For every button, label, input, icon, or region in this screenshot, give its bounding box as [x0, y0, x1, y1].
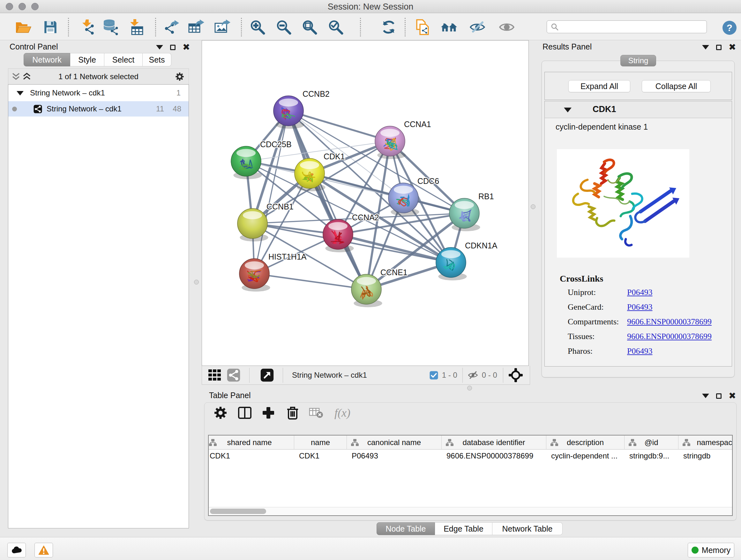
- tab-edge-table[interactable]: Edge Table: [435, 522, 492, 535]
- scrollbar-thumb[interactable]: [210, 509, 266, 514]
- table-cell[interactable]: CDK1: [208, 449, 294, 462]
- column-header-canonical-name[interactable]: canonical name: [347, 435, 442, 449]
- column-header-shared-name[interactable]: shared name: [208, 435, 294, 449]
- control-tab-select[interactable]: Select: [105, 53, 143, 66]
- crosslink-link[interactable]: 9606.ENSP00000378699: [627, 332, 712, 341]
- expand-all-button[interactable]: Expand All: [568, 80, 630, 92]
- first-neighbors-icon[interactable]: [441, 19, 458, 36]
- network-collection-row[interactable]: String Network – cdk1 1: [8, 84, 189, 101]
- panel-float-icon[interactable]: [716, 393, 722, 399]
- function-builder-icon[interactable]: f(x): [331, 405, 354, 421]
- edge-HIST1H1A-CCNE1[interactable]: [254, 273, 366, 289]
- table-cell[interactable]: stringdb: [678, 449, 733, 462]
- network-share-icon[interactable]: [227, 368, 240, 382]
- horizontal-splitter-handle[interactable]: [467, 386, 472, 390]
- crosslink-link[interactable]: P06493: [627, 347, 652, 356]
- table-cell[interactable]: cyclin-dependent ...: [546, 449, 624, 462]
- node-CCNA2[interactable]: [323, 219, 354, 252]
- table-cell[interactable]: 9606.ENSP00000378699: [442, 449, 546, 462]
- string-entry-header[interactable]: CDK1: [545, 101, 732, 118]
- zoom-selected-icon[interactable]: [327, 19, 345, 36]
- apply-layout-icon[interactable]: [380, 19, 398, 36]
- column-header-@id[interactable]: @id: [624, 435, 678, 449]
- node-table[interactable]: shared namenamecanonical namedatabase id…: [208, 435, 733, 516]
- import-database-icon[interactable]: [102, 19, 120, 36]
- network-view-canvas[interactable]: CCNB2CCNA1CDC25BCDK1CDC6RB1CCNB1CCNA2CDK…: [202, 40, 529, 366]
- column-header-database-identifier[interactable]: database identifier: [442, 435, 546, 449]
- panel-menu-icon[interactable]: [702, 45, 709, 50]
- control-tab-style[interactable]: Style: [70, 53, 105, 66]
- table-cell[interactable]: CDK1: [294, 449, 347, 462]
- node-CDKN1A[interactable]: [436, 247, 467, 280]
- network-options-gear-icon[interactable]: [175, 72, 184, 81]
- export-network-icon[interactable]: [163, 19, 181, 36]
- import-table-icon[interactable]: [127, 19, 145, 36]
- zoom-fit-icon[interactable]: [300, 19, 319, 36]
- control-tab-sets[interactable]: Sets: [143, 53, 172, 66]
- table-horizontal-scrollbar[interactable]: [209, 507, 732, 515]
- network-edge-count: 48: [169, 105, 181, 113]
- results-tab-string[interactable]: String: [620, 55, 656, 66]
- birdseye-toggle-icon[interactable]: [509, 368, 523, 382]
- column-header-name[interactable]: name: [294, 435, 347, 449]
- crosslink-link[interactable]: P06493: [627, 302, 652, 312]
- node-HIST1H1A[interactable]: [239, 259, 270, 292]
- panel-float-icon[interactable]: [170, 45, 176, 50]
- show-columns-icon[interactable]: [237, 405, 253, 421]
- add-column-icon[interactable]: [260, 405, 276, 421]
- node-CCNA1[interactable]: [375, 126, 406, 159]
- entry-collapse-icon[interactable]: [564, 108, 571, 112]
- tab-network-table[interactable]: Network Table: [492, 522, 562, 535]
- crosslink-label: Tissues:: [568, 332, 595, 341]
- table-cell[interactable]: P06493: [347, 449, 442, 462]
- node-CDC6[interactable]: [388, 183, 419, 216]
- panel-menu-icon[interactable]: [156, 45, 163, 50]
- delete-table-icon[interactable]: [308, 405, 324, 421]
- node-label-CDC6: CDC6: [417, 177, 439, 186]
- delete-column-icon[interactable]: [285, 405, 300, 421]
- node-CCNB2[interactable]: [273, 96, 305, 129]
- node-CCNE1[interactable]: [351, 274, 382, 307]
- open-session-icon[interactable]: [14, 19, 32, 36]
- right-splitter-handle[interactable]: [531, 204, 536, 209]
- show-all-icon[interactable]: [498, 19, 516, 36]
- edge-CCNB2-HIST1H1A[interactable]: [254, 111, 288, 273]
- node-CCNB1[interactable]: [238, 208, 268, 241]
- left-splitter-handle[interactable]: [194, 280, 199, 285]
- memory-label: Memory: [702, 546, 731, 555]
- node-CDC25B[interactable]: [231, 146, 262, 179]
- crosslink-link[interactable]: 9606.ENSP00000378699: [627, 317, 712, 327]
- export-table-icon[interactable]: [188, 19, 205, 36]
- hide-selected-icon[interactable]: [468, 19, 486, 36]
- column-header-description[interactable]: description: [546, 435, 624, 449]
- panel-close-icon[interactable]: ✖: [729, 44, 736, 51]
- crosslink-link[interactable]: P06493: [627, 288, 652, 297]
- node-RB1[interactable]: [449, 198, 480, 231]
- import-network-icon[interactable]: [79, 19, 97, 36]
- save-session-icon[interactable]: [42, 19, 59, 36]
- node-CDK1[interactable]: [294, 159, 326, 191]
- table-settings-icon[interactable]: [212, 405, 228, 421]
- column-header-namespace[interactable]: namespace: [678, 435, 733, 449]
- zoom-out-icon[interactable]: [275, 19, 293, 36]
- network-row-selected[interactable]: String Network – cdk1 11 48: [8, 101, 189, 117]
- memory-button[interactable]: Memory: [688, 543, 734, 557]
- table-cell[interactable]: stringdb:9...: [624, 449, 678, 462]
- panel-close-icon[interactable]: ✖: [729, 393, 736, 399]
- clone-network-icon[interactable]: [414, 19, 431, 36]
- collection-expander-icon[interactable]: [17, 91, 23, 96]
- help-icon[interactable]: ?: [721, 19, 738, 36]
- search-input[interactable]: [561, 21, 706, 32]
- panel-close-icon[interactable]: ✖: [183, 44, 190, 51]
- control-tab-network[interactable]: Network: [23, 53, 70, 66]
- birdseye-grid-icon[interactable]: [208, 368, 222, 382]
- panel-menu-icon[interactable]: [702, 394, 709, 398]
- warnings-button[interactable]: [35, 543, 53, 557]
- panel-float-icon[interactable]: [716, 45, 722, 50]
- zoom-in-icon[interactable]: [249, 19, 266, 36]
- collapse-all-button[interactable]: Collapse All: [642, 80, 711, 92]
- cloud-button[interactable]: [7, 543, 26, 557]
- tab-node-table[interactable]: Node Table: [377, 522, 435, 535]
- open-in-window-icon[interactable]: [260, 368, 274, 382]
- export-image-icon[interactable]: [214, 19, 232, 36]
